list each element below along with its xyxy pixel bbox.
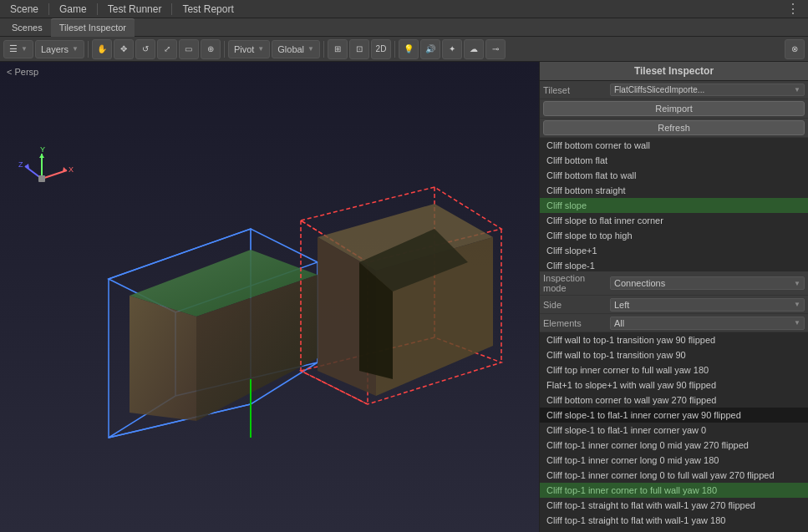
inspection-mode-row: Inspection mode Connections ▼ bbox=[540, 271, 808, 296]
toolbar-pivot-arrow: ▼ bbox=[257, 45, 264, 53]
top-list-item[interactable]: Cliff bottom flat bbox=[540, 153, 808, 168]
tileset-filename: FlatCliffsSlicedImporte... bbox=[614, 85, 704, 94]
toolbar-gizmo-btn[interactable]: ⊗ bbox=[785, 39, 805, 59]
toolbar-layer-label: Layers bbox=[41, 44, 69, 54]
toolbar-2d-label: 2D bbox=[376, 44, 387, 53]
toolbar-fx-btn[interactable]: ✦ bbox=[442, 39, 462, 59]
tab-bar: Scenes Tileset Inspector bbox=[0, 18, 808, 37]
bottom-list-item[interactable]: Cliff top-1 inner corner long 0 mid yaw … bbox=[540, 453, 808, 468]
toolbar-global-dropdown[interactable]: Global ▼ bbox=[272, 40, 320, 58]
toolbar-hand-tool[interactable]: ✋ bbox=[92, 39, 112, 59]
menu-more-icon[interactable]: ⋮ bbox=[781, 1, 805, 17]
toolbar-layout-arrow: ▼ bbox=[21, 45, 28, 53]
bottom-list-item[interactable]: Cliff top-1 inner corner to full wall ya… bbox=[540, 483, 808, 498]
top-list-item[interactable]: Cliff bottom corner to wall bbox=[540, 138, 808, 153]
side-row: Side Left ▼ bbox=[540, 296, 808, 314]
inspection-mode-value: Connections bbox=[614, 278, 665, 288]
tileset-value[interactable]: FlatCliffsSlicedImporte... ▼ bbox=[610, 84, 805, 96]
toolbar-audio-btn[interactable]: 🔊 bbox=[420, 39, 440, 59]
toolbar-2d-btn[interactable]: 2D bbox=[371, 39, 391, 59]
menu-sep-1 bbox=[48, 3, 49, 15]
tab-scenes[interactable]: Scenes bbox=[3, 18, 51, 37]
main-layout: X Y Z < Persp Tileset Inspector Tileset … bbox=[0, 62, 808, 532]
side-dropdown[interactable]: Left ▼ bbox=[610, 298, 805, 312]
toolbar-light-btn[interactable]: 💡 bbox=[399, 39, 419, 59]
toolbar-layer-arrow: ▼ bbox=[72, 45, 79, 53]
toolbar-layer-dropdown[interactable]: Layers ▼ bbox=[35, 40, 84, 58]
menu-scene[interactable]: Scene bbox=[3, 2, 45, 17]
toolbar-pivot-dropdown[interactable]: Pivot ▼ bbox=[228, 40, 270, 58]
menu-test-report[interactable]: Test Report bbox=[175, 2, 240, 17]
bottom-list: Cliff wall to top-1 transition yaw 90 fl… bbox=[540, 332, 808, 532]
right-panel: Tileset Inspector Tileset FlatCliffsSlic… bbox=[539, 62, 808, 532]
top-list-item[interactable]: Cliff slope bbox=[540, 198, 808, 213]
bottom-list-item[interactable]: Cliff top-1 inner corner long 0 to full … bbox=[540, 468, 808, 483]
bottom-list-item[interactable]: Cliff bottom corner to wall yaw 270 flip… bbox=[540, 393, 808, 408]
bottom-list-item[interactable]: Cliff top-1 inner corner long 0 mid yaw … bbox=[540, 438, 808, 453]
elements-dropdown[interactable]: All ▼ bbox=[610, 317, 805, 330]
bottom-list-item[interactable]: Cliff top-1 straight to flat with wall-1… bbox=[540, 498, 808, 513]
toolbar-global-arrow: ▼ bbox=[307, 45, 314, 53]
side-value: Left bbox=[614, 300, 629, 310]
toolbar-sep-2 bbox=[224, 41, 225, 58]
top-list: Cliff bottom corner to wallCliff bottom … bbox=[540, 138, 808, 271]
scene-3d: X Y Z bbox=[0, 62, 539, 532]
menu-game[interactable]: Game bbox=[53, 2, 94, 17]
top-list-item[interactable]: Cliff slope-1 bbox=[540, 258, 808, 271]
menu-test-runner[interactable]: Test Runner bbox=[101, 2, 169, 17]
top-list-item[interactable]: Cliff slope+1 bbox=[540, 243, 808, 258]
bottom-list-item[interactable]: Cliff slope-1 to flat-1 inner corner yaw… bbox=[540, 423, 808, 438]
elements-arrow: ▼ bbox=[794, 319, 800, 327]
viewport-perspective-label: < Persp bbox=[7, 67, 38, 77]
refresh-button[interactable]: Refresh bbox=[543, 120, 805, 135]
tileset-row: Tileset FlatCliffsSlicedImporte... ▼ bbox=[540, 81, 808, 99]
top-list-item[interactable]: Cliff slope to flat inner corner bbox=[540, 213, 808, 228]
toolbar-rect-tool[interactable]: ▭ bbox=[179, 39, 199, 59]
toolbar-snap-btn[interactable]: ⊞ bbox=[328, 39, 348, 59]
toolbar-layout-dropdown[interactable]: ☰ ▼ bbox=[3, 40, 33, 58]
tileset-dropdown-arrow: ▼ bbox=[794, 86, 800, 94]
refresh-row: Refresh bbox=[540, 119, 808, 138]
toolbar: ☰ ▼ Layers ▼ ✋ ✥ ↺ ⤢ ▭ ⊕ Pivot ▼ Global … bbox=[0, 37, 808, 62]
top-list-item[interactable]: Cliff slope to top high bbox=[540, 228, 808, 243]
bottom-list-item[interactable]: Cliff slope-1 to flat-1 inner corner yaw… bbox=[540, 408, 808, 423]
svg-text:Z: Z bbox=[18, 160, 23, 169]
toolbar-rotate-tool[interactable]: ↺ bbox=[135, 39, 155, 59]
menu-sep-3 bbox=[171, 3, 172, 15]
reimport-row: Reimport bbox=[540, 99, 808, 119]
toolbar-nav-btn[interactable]: ⊸ bbox=[485, 39, 506, 59]
inspection-mode-arrow: ▼ bbox=[794, 280, 800, 287]
svg-marker-8 bbox=[130, 296, 196, 421]
reimport-button[interactable]: Reimport bbox=[543, 101, 805, 116]
svg-text:Y: Y bbox=[40, 145, 45, 154]
svg-rect-30 bbox=[38, 175, 45, 182]
tab-tileset-inspector[interactable]: Tileset Inspector bbox=[51, 18, 135, 37]
viewport[interactable]: X Y Z < Persp bbox=[0, 62, 539, 532]
toolbar-scale-tool[interactable]: ⤢ bbox=[157, 39, 177, 59]
bottom-list-item[interactable]: Cliff top-1 straight to flat with wall-1… bbox=[540, 513, 808, 528]
inspection-mode-label: Inspection mode bbox=[543, 273, 610, 293]
elements-value: All bbox=[614, 318, 624, 328]
toolbar-transform-tool[interactable]: ⊕ bbox=[201, 39, 221, 59]
top-list-item[interactable]: Cliff bottom flat to wall bbox=[540, 168, 808, 183]
toolbar-layout-icon: ☰ bbox=[9, 43, 18, 54]
elements-label: Elements bbox=[543, 318, 610, 328]
bottom-list-item[interactable]: Cliff wall inner corner long 0 mid yaw 2… bbox=[540, 528, 808, 532]
bottom-list-item[interactable]: Cliff top inner corner to full wall yaw … bbox=[540, 362, 808, 377]
menu-sep-2 bbox=[97, 3, 98, 15]
toolbar-move-tool[interactable]: ✥ bbox=[114, 39, 134, 59]
scene-svg: X Y Z bbox=[0, 62, 539, 532]
toolbar-sep-3 bbox=[323, 41, 324, 58]
toolbar-sep-4 bbox=[394, 41, 395, 58]
panel-header: Tileset Inspector bbox=[540, 62, 808, 81]
bottom-list-item[interactable]: Cliff wall to top-1 transition yaw 90 bbox=[540, 347, 808, 362]
top-list-item[interactable]: Cliff bottom straight bbox=[540, 183, 808, 198]
toolbar-sky-btn[interactable]: ☁ bbox=[464, 39, 484, 59]
bottom-list-item[interactable]: Cliff wall to top-1 transition yaw 90 fl… bbox=[540, 332, 808, 347]
toolbar-grid-btn[interactable]: ⊡ bbox=[349, 39, 369, 59]
menu-bar: Scene Game Test Runner Test Report ⋮ bbox=[0, 0, 808, 18]
inspection-mode-dropdown[interactable]: Connections ▼ bbox=[610, 276, 805, 290]
toolbar-pivot-label: Pivot bbox=[234, 44, 254, 54]
bottom-list-item[interactable]: Flat+1 to slope+1 with wall yaw 90 flipp… bbox=[540, 377, 808, 393]
toolbar-sep-1 bbox=[88, 41, 89, 58]
